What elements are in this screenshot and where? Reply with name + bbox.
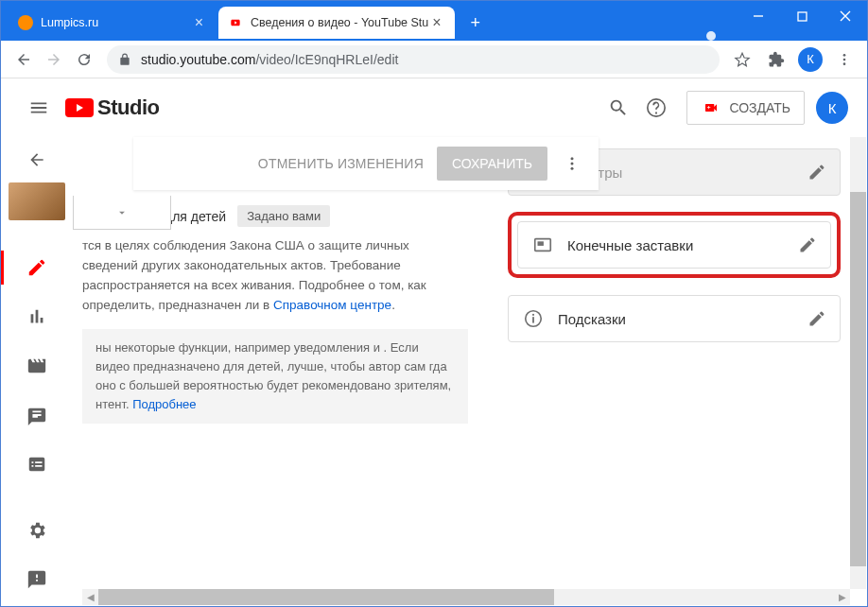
- video-thumbnail[interactable]: [9, 182, 65, 220]
- studio-logo[interactable]: Studio: [65, 95, 159, 120]
- edit-icon: [807, 163, 826, 182]
- svg-rect-0: [798, 12, 807, 21]
- endscreens-card[interactable]: Конечные заставки: [517, 221, 831, 269]
- lumpics-favicon: [18, 15, 33, 30]
- scrollbar-thumb[interactable]: [850, 192, 866, 566]
- forward-button[interactable]: [39, 44, 69, 75]
- info-icon: [522, 308, 545, 329]
- edit-icon: [807, 309, 826, 328]
- back-button[interactable]: [9, 44, 39, 75]
- svg-point-3: [843, 62, 846, 65]
- tab-label: Сведения о видео - YouTube Stu: [251, 16, 428, 29]
- create-label: СОЗДАТЬ: [729, 100, 790, 115]
- audience-badge: Задано вами: [237, 205, 330, 227]
- chevron-down-icon: [115, 206, 129, 219]
- endscreens-label: Конечные заставки: [567, 237, 798, 253]
- tab-label: Lumpics.ru: [41, 16, 191, 29]
- window-controls: [737, 1, 867, 41]
- youtube-favicon: [228, 15, 243, 30]
- minimize-button[interactable]: [737, 1, 780, 31]
- menu-button[interactable]: [829, 44, 859, 75]
- vertical-scrollbar[interactable]: [850, 137, 866, 589]
- address-bar: studio.youtube.com/video/IcE9nqHRLeI/edi…: [1, 41, 867, 78]
- more-options-button[interactable]: [561, 152, 583, 175]
- search-icon[interactable]: [599, 89, 637, 127]
- studio-header: Studio СОЗДАТЬ К: [1, 78, 867, 137]
- tabs-row: Lumpics.ru × Сведения о видео - YouTube …: [1, 5, 691, 41]
- scroll-right-button[interactable]: ▶: [834, 589, 850, 605]
- menu-icon[interactable]: [20, 89, 58, 127]
- profile-avatar: К: [798, 47, 823, 72]
- profile-button[interactable]: К: [795, 44, 825, 75]
- sidebar-item-subtitles[interactable]: [14, 442, 60, 487]
- sidebar-item-editor[interactable]: [14, 343, 60, 389]
- save-button[interactable]: СОХРАНИТЬ: [437, 147, 547, 181]
- audience-description: тся в целях соблюдения Закона США о защи…: [82, 236, 468, 316]
- cards-card[interactable]: Подсказки: [508, 295, 841, 342]
- svg-point-6: [571, 163, 574, 165]
- sidebar-item-settings[interactable]: [14, 508, 60, 553]
- close-button[interactable]: [824, 1, 867, 31]
- scroll-left-button[interactable]: ◀: [82, 589, 98, 605]
- svg-point-1: [843, 54, 846, 57]
- channel-avatar[interactable]: К: [816, 92, 848, 124]
- svg-point-5: [571, 157, 574, 160]
- sidebar-item-details[interactable]: [14, 245, 60, 290]
- edit-icon: [798, 235, 817, 254]
- chrome-account-indicator[interactable]: [691, 31, 731, 41]
- url-host: studio.youtube.com: [141, 52, 255, 67]
- svg-rect-12: [532, 314, 534, 316]
- cards-label: Подсказки: [558, 311, 807, 327]
- help-icon[interactable]: [637, 89, 675, 127]
- url-path: /video/IcE9nqHRLeI/edit: [255, 52, 398, 67]
- tab-youtube-studio[interactable]: Сведения о видео - YouTube Stu ×: [218, 7, 455, 39]
- svg-point-7: [571, 167, 574, 170]
- url-input[interactable]: studio.youtube.com/video/IcE9nqHRLeI/edi…: [107, 45, 720, 74]
- back-to-channel-button[interactable]: [18, 141, 56, 179]
- bookmark-button[interactable]: [727, 44, 757, 75]
- studio-text: Studio: [97, 95, 159, 120]
- endscreens-highlight: Конечные заставки: [508, 212, 841, 278]
- endscreen-icon: [531, 234, 554, 255]
- tab-lumpics[interactable]: Lumpics.ru ×: [9, 7, 217, 39]
- audience-note: ны некоторые функции, например уведомлен…: [82, 329, 468, 425]
- youtube-icon: [65, 98, 94, 117]
- svg-point-2: [843, 58, 846, 61]
- scrollbar-thumb[interactable]: [98, 589, 554, 605]
- window-titlebar: Lumpics.ru × Сведения о видео - YouTube …: [1, 1, 867, 41]
- sidebar-item-comments[interactable]: [14, 392, 60, 438]
- close-icon[interactable]: ×: [428, 14, 444, 31]
- lock-icon: [118, 53, 131, 66]
- learn-more-link[interactable]: Подробнее: [132, 397, 196, 411]
- horizontal-scrollbar[interactable]: ◀ ▶: [82, 589, 850, 605]
- scrollbar-track[interactable]: [98, 589, 834, 605]
- video-camera-icon: [701, 100, 721, 115]
- content-area: ОТМЕНИТЬ ИЗМЕНЕНИЯ СОХРАНИТЬ: [1, 137, 867, 606]
- help-center-link[interactable]: Справочном центре: [273, 298, 391, 312]
- svg-rect-9: [538, 241, 544, 246]
- action-bar: ОТМЕНИТЬ ИЗМЕНЕНИЯ СОХРАНИТЬ: [133, 137, 599, 190]
- discard-changes-button[interactable]: ОТМЕНИТЬ ИЗМЕНЕНИЯ: [258, 156, 424, 171]
- sidebar-item-analytics[interactable]: [14, 294, 60, 339]
- create-button[interactable]: СОЗДАТЬ: [686, 91, 805, 125]
- extensions-button[interactable]: [761, 44, 791, 75]
- details-right-column: Субтитры Конечные заставки: [487, 137, 867, 606]
- maximize-button[interactable]: [780, 1, 824, 31]
- close-icon[interactable]: ×: [191, 14, 207, 31]
- new-tab-button[interactable]: +: [462, 9, 489, 36]
- reload-button[interactable]: [69, 44, 99, 75]
- video-options-dropdown[interactable]: [73, 196, 171, 230]
- svg-rect-11: [532, 317, 534, 322]
- sidebar-item-feedback[interactable]: [14, 557, 60, 602]
- sidebar: [1, 137, 73, 606]
